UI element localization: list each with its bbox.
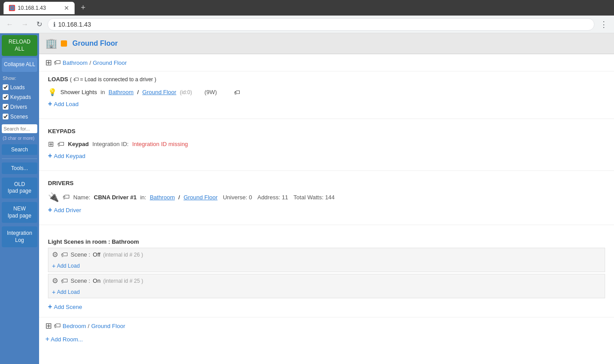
loads-checkbox[interactable]: [3, 84, 8, 90]
scene-on-add-load: + Add Load: [48, 287, 605, 298]
search-hint: (3 char or more): [2, 135, 37, 142]
add-room-label: Add Room...: [51, 336, 83, 343]
drivers-heading: DRIVERS: [48, 180, 605, 186]
scene-off-icon1: ⚙: [52, 250, 58, 259]
breadcrumb-room-icon: 🏷: [54, 59, 61, 67]
keypads-heading: KEYPADS: [48, 128, 605, 135]
keypad-integration-label: Integration ID:: [92, 141, 129, 147]
driver-icon: 🔌: [48, 192, 59, 202]
breadcrumb-floor-link[interactable]: Ground Floor: [93, 59, 127, 66]
reload-button[interactable]: ↻: [34, 18, 45, 30]
integration-log-button[interactable]: Integration Log: [2, 226, 37, 247]
back-button[interactable]: ←: [4, 19, 16, 30]
reload-all-button[interactable]: RELOAD ALL: [2, 35, 37, 56]
add-load-label: Add Load: [54, 101, 79, 107]
keypad-item: ⊞ 🏷 Keypad Integration ID: Integration I…: [48, 138, 605, 150]
keypads-checkbox-label: Keypads: [10, 94, 31, 100]
add-load-off-plus-icon: +: [52, 262, 55, 269]
add-scene-button[interactable]: + Add Scene: [48, 301, 82, 313]
tools-button[interactable]: Tools...: [2, 162, 37, 174]
scene-off-id: (internal id # 26 ): [103, 252, 143, 258]
keypad-grid-icon: ⊞: [48, 140, 54, 148]
ground-floor-header: 🏢 Ground Floor: [39, 33, 614, 54]
drivers-checkbox[interactable]: [3, 104, 8, 110]
add-load-off-button[interactable]: + Add Load: [52, 262, 80, 269]
scene-on-icon1: ⚙: [52, 277, 58, 285]
collapse-all-button[interactable]: Collapse ALL: [2, 58, 37, 72]
driver-item: 🔌 🏷 Name: CBNA Driver #1 in: Bathroom / …: [48, 190, 605, 204]
keypads-title: KEYPADS: [48, 128, 75, 135]
light-scenes-section: Light Scenes in room : Bathroom ⚙ 🏷 Scen…: [39, 229, 614, 317]
breadcrumb: ⊞ 🏷 Bathroom / Ground Floor: [39, 54, 614, 71]
scene-off-name: Off: [93, 251, 100, 258]
scene-on-icon2: 🏷: [61, 277, 68, 285]
breadcrumb-bathroom-link[interactable]: Bathroom: [63, 59, 87, 66]
tab-close-button[interactable]: ✕: [64, 4, 69, 12]
sidebar-item-scenes[interactable]: Scenes: [2, 113, 37, 121]
keypads-section: KEYPADS ⊞ 🏷 Keypad Integration ID: Integ…: [39, 123, 614, 166]
new-tab-button[interactable]: +: [78, 3, 88, 12]
sidebar-item-loads[interactable]: Loads: [2, 83, 37, 91]
add-driver-label: Add Driver: [54, 207, 81, 214]
load-location-link[interactable]: Bathroom: [109, 89, 134, 95]
loads-title: LOADS: [48, 76, 68, 83]
add-load-button[interactable]: + Add Load: [48, 98, 79, 110]
ground-floor-title: Ground Floor: [72, 40, 118, 47]
browser-toolbar: ← → ↻ ℹ 10.168.1.43 ⋮: [0, 16, 614, 33]
loads-divider: [39, 119, 614, 119]
add-load-on-button[interactable]: + Add Load: [52, 289, 80, 296]
new-ipad-button[interactable]: NEW Ipad page: [2, 202, 37, 223]
sidebar-item-drivers[interactable]: Drivers: [2, 103, 37, 111]
driver-address: Address: 11: [257, 194, 288, 201]
bedroom-sep: /: [88, 323, 90, 329]
keypad-name: Keypad: [68, 141, 89, 147]
driver-universe: Universe: 0: [223, 194, 252, 201]
add-room-plus-icon: +: [45, 335, 49, 343]
content-area: 🏢 Ground Floor ⊞ 🏷 Bathroom / Ground Flo…: [39, 33, 614, 364]
tab-title: 10.168.1.43: [18, 5, 46, 11]
keypads-checkbox[interactable]: [3, 94, 8, 100]
scene-off-header: ⚙ 🏷 Scene : Off (internal id # 26 ): [48, 248, 605, 261]
security-icon: ℹ: [53, 21, 55, 28]
bedroom-floor-link[interactable]: Ground Floor: [91, 323, 125, 329]
scenes-heading: Light Scenes in room : Bathroom: [48, 238, 605, 245]
scene-off-label: Scene :: [71, 251, 90, 258]
app-container: RELOAD ALL Collapse ALL Show: Loads Keyp…: [0, 33, 614, 364]
load-floor-link[interactable]: Ground Floor: [143, 89, 177, 95]
bulb-icon: 💡: [48, 88, 57, 96]
bedroom-grid-icon: ⊞: [45, 321, 52, 331]
load-watts: (9W): [204, 89, 217, 95]
drivers-title: DRIVERS: [48, 180, 74, 186]
keypads-divider: [39, 170, 614, 171]
driver-floor-link[interactable]: Ground Floor: [183, 194, 218, 201]
sidebar-item-keypads[interactable]: Keypads: [2, 93, 37, 101]
browser-menu-button[interactable]: ⋮: [597, 18, 610, 31]
forward-button[interactable]: →: [19, 19, 31, 30]
add-driver-button[interactable]: + Add Driver: [48, 204, 81, 216]
floor-status-indicator: [61, 40, 67, 47]
add-load-on-plus-icon: +: [52, 289, 55, 296]
browser-titlebar: 🌐 10.168.1.43 ✕ +: [0, 0, 614, 16]
old-ipad-button[interactable]: OLD Ipad page: [2, 178, 37, 198]
search-button[interactable]: Search: [2, 144, 37, 155]
bedroom-row: ⊞ 🏷 Bedroom / Ground Floor: [39, 317, 614, 334]
loads-section: LOADS ( 🏷 = Load is connected to a drive…: [39, 71, 614, 114]
address-bar[interactable]: ℹ 10.168.1.43: [48, 18, 594, 31]
add-keypad-button[interactable]: + Add Keypad: [48, 150, 85, 162]
bedroom-link[interactable]: Bedroom: [63, 323, 86, 329]
sidebar: RELOAD ALL Collapse ALL Show: Loads Keyp…: [0, 33, 39, 364]
add-scene-plus-icon: +: [48, 303, 52, 311]
breadcrumb-grid-icon: ⊞: [45, 58, 52, 67]
load-item: 💡 Shower Lights in Bathroom / Ground Flo…: [48, 86, 605, 98]
scene-off-icon2: 🏷: [61, 251, 68, 259]
search-input[interactable]: [2, 124, 37, 133]
loads-heading: LOADS ( 🏷 = Load is connected to a drive…: [48, 76, 605, 83]
scene-on-name: On: [93, 277, 100, 284]
scenes-checkbox[interactable]: [3, 114, 8, 119]
scene-on-row: ⚙ 🏷 Scene : On (internal id # 25 ) + Add…: [48, 274, 605, 298]
browser-tab[interactable]: 🌐 10.168.1.43 ✕: [4, 2, 75, 14]
driver-name-label: Name:: [73, 194, 90, 201]
load-sep: /: [137, 89, 139, 95]
add-room-button[interactable]: + Add Room...: [39, 334, 89, 344]
driver-location-link[interactable]: Bathroom: [150, 194, 174, 201]
